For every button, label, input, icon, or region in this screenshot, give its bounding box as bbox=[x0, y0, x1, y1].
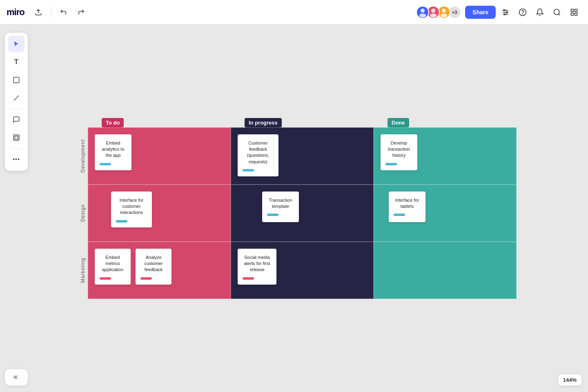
undo-button[interactable] bbox=[56, 5, 71, 20]
svg-point-3 bbox=[431, 9, 435, 13]
svg-point-11 bbox=[506, 11, 508, 13]
sticky-text: Transaction template bbox=[267, 197, 294, 210]
kanban-board: To do In progress Done Development Desig… bbox=[78, 118, 526, 299]
sticky-interface-tablets[interactable]: Interface for tablets bbox=[389, 192, 425, 222]
row-label-design: Design bbox=[78, 185, 88, 242]
sticky-tag bbox=[385, 163, 397, 165]
tool-divider-2 bbox=[10, 148, 23, 149]
sticky-text: Develop transaction history bbox=[385, 140, 412, 159]
sticky-develop-transaction[interactable]: Develop transaction history bbox=[381, 134, 417, 170]
board-view-button[interactable] bbox=[567, 5, 581, 20]
col-label-done: Done bbox=[388, 118, 409, 127]
svg-rect-20 bbox=[575, 13, 577, 15]
sticky-tag bbox=[116, 220, 127, 223]
left-toolbar: T ••• bbox=[5, 33, 28, 171]
col-header-inprogress: In progress bbox=[241, 118, 383, 127]
comment-tool[interactable] bbox=[8, 111, 24, 128]
app-logo: miro bbox=[7, 7, 24, 18]
help-button[interactable] bbox=[515, 5, 530, 20]
sticky-tag bbox=[243, 277, 254, 280]
row-label-development: Development bbox=[78, 127, 88, 185]
frame-tool[interactable] bbox=[8, 129, 24, 146]
sticky-tag bbox=[100, 277, 111, 280]
board-rows: Development Design Marketing Embed analy… bbox=[78, 127, 526, 299]
svg-rect-19 bbox=[571, 13, 574, 15]
cell-marketing-todo: Embed metrics application Analyze custom… bbox=[88, 242, 231, 299]
col-label-inprogress: In progress bbox=[245, 118, 282, 127]
sticky-text: Embed analytics to the app bbox=[100, 140, 127, 159]
sticky-tag bbox=[100, 163, 111, 165]
sticky-tag bbox=[267, 214, 278, 216]
svg-point-1 bbox=[421, 9, 425, 13]
zoom-level: 144% bbox=[558, 374, 581, 385]
topbar-divider bbox=[51, 7, 51, 18]
settings-icon-button[interactable] bbox=[498, 5, 513, 20]
svg-point-10 bbox=[503, 9, 505, 11]
sticky-text: Interface for customer interactions bbox=[116, 197, 147, 216]
tool-divider bbox=[10, 109, 23, 109]
search-button[interactable] bbox=[550, 5, 564, 20]
cell-dev-inprogress: Customer feedback (questions, requests) bbox=[231, 127, 374, 185]
cursor-tool[interactable] bbox=[8, 36, 24, 52]
sticky-analyze-feedback[interactable]: Analyze customer feedback bbox=[136, 249, 172, 285]
col-label-todo: To do bbox=[102, 118, 124, 127]
svg-line-22 bbox=[14, 96, 19, 100]
sticky-text: Social media alerts for first release bbox=[243, 254, 272, 273]
sticky-embed-metrics[interactable]: Embed metrics application bbox=[95, 249, 131, 285]
cell-design-inprogress: Transaction template bbox=[231, 185, 374, 242]
svg-rect-23 bbox=[13, 135, 19, 140]
svg-point-2 bbox=[419, 13, 426, 18]
pen-tool[interactable] bbox=[8, 90, 24, 106]
cell-dev-todo: Embed analytics to the app bbox=[88, 127, 231, 185]
kanban-grid: Embed analytics to the app Customer feed… bbox=[88, 127, 517, 299]
col-header-todo: To do bbox=[98, 118, 241, 127]
sticky-text: Embed metrics application bbox=[100, 254, 126, 273]
svg-point-4 bbox=[430, 13, 437, 18]
svg-line-16 bbox=[559, 13, 560, 15]
svg-point-6 bbox=[441, 13, 447, 18]
cell-design-todo: Interface for customer interactions bbox=[88, 185, 231, 242]
sticky-transaction-template[interactable]: Transaction template bbox=[262, 192, 299, 222]
notifications-button[interactable] bbox=[532, 5, 547, 20]
svg-rect-17 bbox=[571, 9, 574, 11]
svg-point-12 bbox=[504, 13, 506, 15]
topbar: miro +3 Share bbox=[0, 0, 588, 24]
redo-button[interactable] bbox=[74, 5, 89, 20]
sticky-text: Analyze customer feedback bbox=[140, 254, 167, 273]
text-tool[interactable]: T bbox=[8, 54, 24, 70]
cell-marketing-done bbox=[374, 242, 517, 299]
row-labels: Development Design Marketing bbox=[78, 127, 88, 299]
topbar-right: +3 Share bbox=[416, 5, 581, 20]
col-header-done: Done bbox=[383, 118, 526, 127]
avatar-group: +3 bbox=[416, 6, 461, 19]
sticky-tag bbox=[394, 214, 405, 216]
sticky-text: Interface for tablets bbox=[394, 197, 421, 210]
sticky-tag bbox=[243, 169, 254, 172]
share-button[interactable]: Share bbox=[465, 6, 496, 19]
cell-marketing-inprogress: Social media alerts for first release bbox=[231, 242, 374, 299]
sticky-note-tool[interactable] bbox=[8, 72, 24, 88]
svg-point-15 bbox=[554, 9, 559, 14]
svg-rect-24 bbox=[15, 136, 18, 139]
cell-design-done: Interface for tablets bbox=[374, 185, 517, 242]
sticky-interface-customer[interactable]: Interface for customer interactions bbox=[111, 192, 152, 227]
svg-point-5 bbox=[442, 9, 446, 13]
more-tools[interactable]: ••• bbox=[8, 151, 24, 167]
row-label-marketing: Marketing bbox=[78, 242, 88, 299]
sticky-embed-analytics[interactable]: Embed analytics to the app bbox=[95, 134, 131, 170]
svg-rect-18 bbox=[575, 9, 577, 11]
sticky-tag bbox=[140, 277, 152, 280]
cell-dev-done: Develop transaction history bbox=[374, 127, 517, 185]
canvas-area: To do In progress Done Development Desig… bbox=[0, 24, 588, 392]
upload-button[interactable] bbox=[31, 5, 46, 20]
sticky-customer-feedback[interactable]: Customer feedback (questions, requests) bbox=[238, 134, 278, 177]
avatar-1 bbox=[416, 6, 429, 19]
collapse-panel-button[interactable] bbox=[5, 369, 28, 385]
svg-rect-21 bbox=[13, 77, 19, 83]
sticky-text: Customer feedback (questions, requests) bbox=[243, 140, 274, 165]
column-headers: To do In progress Done bbox=[88, 118, 526, 127]
sticky-social-media[interactable]: Social media alerts for first release bbox=[238, 249, 276, 285]
